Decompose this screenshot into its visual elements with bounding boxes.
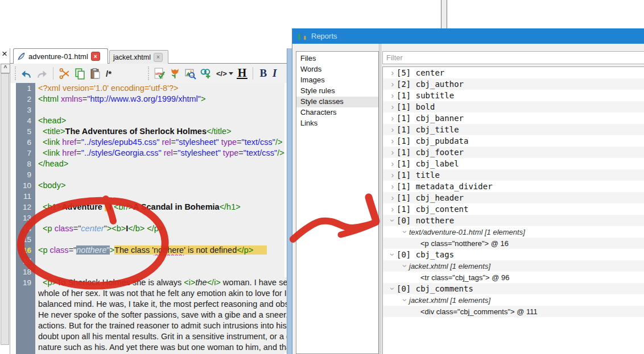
category-item-style-rules[interactable]: Style rules	[296, 86, 378, 97]
cut-icon[interactable]	[59, 68, 71, 80]
toolbar-drag-handle[interactable]	[148, 66, 149, 80]
code-line[interactable]: He never spoke of the softer passions, s…	[16, 310, 287, 320]
scroll-up-icon[interactable]: ^	[1, 64, 10, 73]
code-line[interactable]: balanced mind. He was, I take it, the mo…	[16, 299, 287, 310]
code-line[interactable]: 18	[16, 266, 287, 277]
scrollbar-track[interactable]	[1, 73, 9, 345]
bold-button[interactable]: B	[258, 67, 268, 80]
chevron-collapsed-icon[interactable]: ›	[389, 114, 397, 122]
code-line[interactable]: 3	[16, 105, 287, 115]
style-classes-tree[interactable]: ›[5] center›[2] cbj_author›[1] subtitle›…	[382, 66, 644, 354]
chevron-collapsed-icon[interactable]: ›	[389, 205, 397, 213]
tulip-icon[interactable]	[169, 68, 181, 80]
code-editor[interactable]: 1<?xml version='1.0' encoding='utf-8'?>2…	[16, 83, 287, 354]
chevron-expanded-icon[interactable]: ›	[389, 285, 397, 293]
redo-icon[interactable]	[36, 68, 48, 80]
category-item-characters[interactable]: Characters	[296, 107, 378, 118]
category-item-words[interactable]: Words	[296, 64, 378, 75]
chevron-collapsed-icon[interactable]: ›	[389, 80, 397, 88]
tree-row[interactable]: ›[1] cbj_label	[383, 158, 644, 169]
code-line[interactable]: whole of her sex. It was not that he fel…	[16, 288, 287, 299]
code-line[interactable]: 8</head>	[16, 159, 287, 169]
window-splitter-handle[interactable]	[441, 0, 447, 28]
code-line[interactable]: 19 <p>To Sherlock Holmes she is always <…	[16, 277, 287, 288]
chevron-expanded-icon[interactable]: ›	[401, 262, 409, 270]
tree-row[interactable]: ›[1] cbj_content	[383, 203, 644, 215]
code-line[interactable]: 1<?xml version='1.0' encoding='utf-8'?>	[16, 83, 287, 94]
chevron-collapsed-icon[interactable]: ›	[389, 69, 397, 77]
tree-row[interactable]: ›[5] center	[383, 67, 644, 78]
chevron-expanded-icon[interactable]: ›	[401, 296, 409, 304]
validate-html-icon[interactable]: HTML	[154, 68, 166, 80]
tree-row[interactable]: ›[1] cbj_title	[383, 124, 644, 135]
tree-row[interactable]: ›[1] cbj_footer	[383, 147, 644, 158]
tree-row[interactable]: ›[1] subtitle	[383, 90, 644, 101]
splitter-line[interactable]	[379, 44, 379, 354]
tab-close-icon[interactable]: ×	[91, 52, 100, 61]
tree-row[interactable]: ›jacket.xhtml [1 elements]	[383, 294, 644, 306]
undo-icon[interactable]	[20, 68, 32, 80]
tree-row[interactable]: ›[1] cbj_banner	[383, 113, 644, 124]
dropdown-arrow-icon[interactable]	[229, 72, 233, 75]
code-line[interactable]: 13	[16, 213, 287, 223]
tree-row[interactable]: ›[1] cbj_header	[383, 192, 644, 203]
tree-row[interactable]: ›[0] cbj_tags	[383, 249, 644, 260]
panel-close-icon[interactable]: ×	[2, 49, 11, 59]
comment-icon[interactable]: /*	[105, 69, 113, 78]
code-line[interactable]: 16<p class="notthere">The class 'notther…	[16, 245, 287, 256]
tree-row[interactable]: ›[0] cbj_comments	[383, 283, 644, 294]
code-line[interactable]: 4<head>	[16, 115, 287, 126]
code-line[interactable]: 7 <link href="../styles/Georgia.css" rel…	[16, 148, 287, 159]
code-line[interactable]: 15	[16, 234, 287, 245]
tree-row[interactable]: ›[1] title	[383, 169, 644, 181]
copy-icon[interactable]	[74, 68, 86, 80]
chevron-collapsed-icon[interactable]: ›	[389, 160, 397, 168]
chevron-collapsed-icon[interactable]: ›	[389, 148, 397, 156]
code-line[interactable]: 17	[16, 256, 287, 266]
code-line[interactable]: 11	[16, 191, 287, 202]
tree-row[interactable]: ›[1] cbj_pubdata	[383, 135, 644, 147]
image-search-icon[interactable]	[184, 68, 196, 80]
editor-scrollbar[interactable]	[287, 48, 292, 354]
tab-adventure-01[interactable]: adventure-01.html ×	[13, 48, 108, 64]
heading-button[interactable]: H	[237, 68, 248, 79]
chevron-collapsed-icon[interactable]: ›	[389, 91, 397, 99]
chevron-expanded-icon[interactable]: ›	[389, 251, 397, 259]
code-line[interactable]: 10<body>	[16, 180, 287, 191]
code-line[interactable]: 12 <h1>Adventure I <br/>A Scandal in Boh…	[16, 202, 287, 213]
filter-input[interactable]	[382, 51, 644, 64]
splitter-line[interactable]	[381, 44, 381, 354]
chevron-collapsed-icon[interactable]: ›	[389, 137, 397, 145]
italic-button[interactable]: I	[271, 67, 278, 80]
category-item-files[interactable]: Files	[296, 53, 378, 64]
code-line[interactable]: doubt upon all his mental results. Grit …	[16, 331, 287, 342]
code-line[interactable]: 9	[16, 169, 287, 180]
paste-icon[interactable]	[89, 68, 101, 80]
tree-row[interactable]: ›[0] notthere	[383, 215, 644, 226]
chevron-collapsed-icon[interactable]: ›	[389, 194, 397, 202]
chevron-expanded-icon[interactable]: ›	[389, 216, 397, 224]
chevron-collapsed-icon[interactable]: ›	[389, 182, 397, 190]
tree-row[interactable]: <tr class="cbj_tags"> @ 96	[383, 272, 644, 283]
category-item-style-classes[interactable]: Style classes	[296, 97, 378, 107]
category-item-links[interactable]: Links	[296, 118, 378, 129]
dialog-titlebar[interactable]: Reports	[292, 28, 644, 44]
chevron-collapsed-icon[interactable]: ›	[389, 171, 397, 179]
tree-row[interactable]: ›jacket.xhtml [1 elements]	[383, 260, 644, 272]
tab-jacket[interactable]: jacket.xhtml ×	[109, 50, 168, 64]
code-line[interactable]: actions. But for the trained reasoner to…	[16, 320, 287, 331]
code-view-button[interactable]: </>	[215, 69, 233, 78]
tree-row[interactable]: ›text/adventure-01.html [1 elements]	[383, 226, 644, 238]
toolbar-drag-handle[interactable]	[15, 66, 16, 80]
code-line[interactable]: nature such as his. And yet there was bu…	[16, 342, 287, 353]
tree-row[interactable]: ›[1] metadata_divider	[383, 181, 644, 192]
chevron-collapsed-icon[interactable]: ›	[389, 126, 397, 134]
chevron-collapsed-icon[interactable]: ›	[389, 103, 397, 111]
code-line[interactable]: 2<html xmlns="http://www.w3.org/1999/xht…	[16, 94, 287, 105]
link-icon[interactable]	[200, 68, 212, 80]
tree-row[interactable]: ›[2] cbj_author	[383, 78, 644, 90]
tree-row[interactable]: ›[1] bold	[383, 101, 644, 113]
chevron-expanded-icon[interactable]: ›	[401, 228, 409, 236]
code-line[interactable]: 5 <title>The Adventures of Sherlock Holm…	[16, 126, 287, 137]
tree-row[interactable]: <div class="cbj_comments"> @ 111	[383, 306, 644, 317]
